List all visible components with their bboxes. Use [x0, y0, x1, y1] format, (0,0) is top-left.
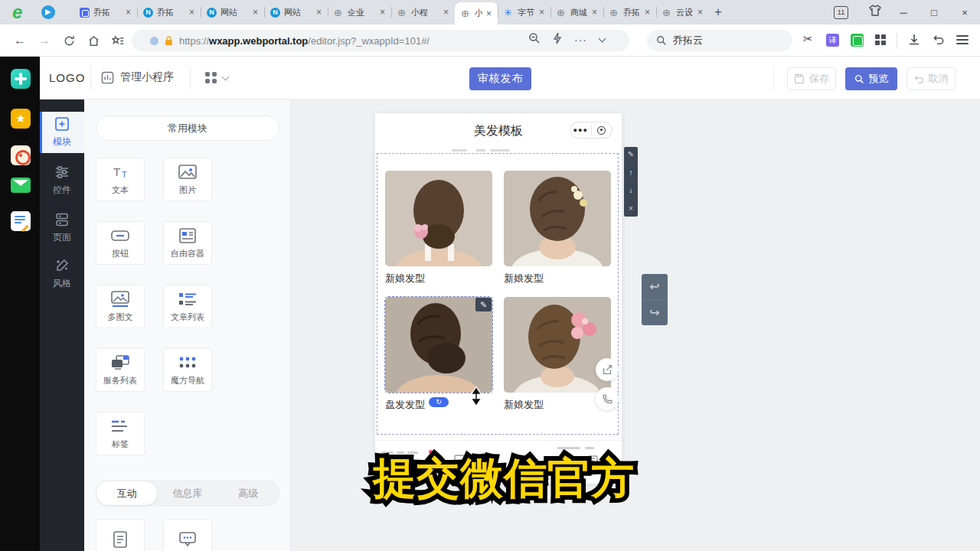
layout-picker-button[interactable]	[205, 72, 228, 84]
theme-icon[interactable]	[868, 5, 882, 20]
delete-icon[interactable]: ×	[629, 205, 633, 213]
forward-icon[interactable]: →	[35, 31, 54, 50]
module-card-button[interactable]: 按钮	[96, 221, 145, 265]
browser-tab[interactable]: ⊕云设×	[656, 0, 709, 24]
close-icon[interactable]: ×	[645, 7, 650, 18]
menu-icon[interactable]	[956, 35, 969, 44]
module-card-article-list[interactable]: 文章列表	[163, 285, 212, 328]
chevron-down-icon[interactable]	[599, 35, 606, 43]
hairstyle-photo[interactable]	[385, 171, 492, 266]
panel-header[interactable]: 常用模块	[96, 116, 279, 141]
scissors-icon[interactable]: ✂	[803, 32, 813, 46]
browser-tab[interactable]: ⊕乔拓×	[603, 0, 656, 24]
hairstyle-photo[interactable]	[504, 171, 611, 266]
panel-tab-interactive[interactable]: 互动	[96, 481, 157, 505]
bookmarks-icon[interactable]	[109, 31, 127, 50]
gallery-item[interactable]: 新娘发型	[385, 171, 492, 285]
close-icon[interactable]: ×	[443, 7, 449, 18]
publish-button[interactable]: 审核发布	[469, 67, 531, 90]
star-icon[interactable]: ★	[11, 109, 31, 129]
more-icon[interactable]: ···	[574, 34, 587, 46]
close-icon[interactable]: ×	[253, 7, 258, 18]
move-up-icon[interactable]: ↑	[629, 169, 633, 177]
module-card-form[interactable]	[96, 519, 145, 551]
close-icon[interactable]: ×	[316, 7, 322, 18]
notebook-icon[interactable]	[851, 34, 864, 47]
close-window-button[interactable]: ×	[949, 0, 980, 24]
new-tab-button[interactable]: +	[709, 0, 727, 24]
module-card-tag[interactable]: 标签	[96, 412, 145, 455]
browser-tab[interactable]: ⊕小程×	[391, 0, 455, 24]
browser-tab[interactable]: N网站×	[264, 0, 328, 24]
close-icon[interactable]: ×	[380, 7, 385, 18]
browser-tab[interactable]: ⊕商城×	[550, 0, 603, 24]
quick-search-box[interactable]: 乔拓云	[647, 30, 792, 51]
gallery-item[interactable]: 新娘发型	[504, 171, 611, 285]
refresh-icon[interactable]	[60, 31, 78, 50]
module-card-service-list[interactable]: 服务列表	[96, 348, 145, 392]
edit-icon[interactable]: ✎	[628, 151, 634, 158]
decorative-dash	[557, 447, 580, 449]
panel-tab-advanced[interactable]: 高级	[218, 481, 279, 505]
browser-logo-icon[interactable]: e	[12, 2, 22, 22]
swap-handle[interactable]: ↻	[429, 397, 449, 407]
gallery-item[interactable]: 新娘发型	[504, 297, 611, 412]
maximize-button[interactable]: □	[919, 0, 949, 24]
tab-count-badge[interactable]: 11	[834, 6, 848, 19]
browser-tab-active[interactable]: ⊕小程×	[455, 2, 498, 24]
target-icon[interactable]	[592, 126, 612, 135]
minimize-button[interactable]: ─	[888, 0, 919, 24]
translate-icon[interactable]: 译	[826, 34, 839, 47]
module-card-container[interactable]: 自由容器	[163, 221, 212, 265]
notes-icon[interactable]	[11, 211, 31, 231]
cancel-button[interactable]: 取消	[906, 67, 956, 90]
more-icon[interactable]: ●●●	[570, 122, 591, 138]
sidebar-item-modules[interactable]: 模块	[40, 112, 84, 153]
module-card-image[interactable]: 图片	[163, 158, 212, 201]
close-icon[interactable]: ×	[592, 7, 597, 18]
pages-icon	[54, 212, 70, 227]
module-card-text[interactable]: TT 文本	[96, 158, 145, 201]
undo-button[interactable]: ↩	[642, 274, 668, 300]
edit-image-icon[interactable]: ✎	[475, 298, 492, 311]
hairstyle-photo[interactable]	[504, 297, 611, 393]
apps-grid-icon[interactable]	[875, 34, 887, 46]
undo-icon[interactable]	[933, 34, 945, 47]
panel-tab-infobase[interactable]: 信息库	[157, 481, 217, 505]
logo[interactable]: LOGO	[49, 71, 85, 84]
close-icon[interactable]: ×	[189, 7, 194, 18]
save-button[interactable]: 保存	[787, 67, 836, 90]
manage-miniprogram-button[interactable]: 管理小程序	[101, 70, 174, 84]
close-icon[interactable]: ×	[539, 7, 544, 18]
back-icon[interactable]: ←	[11, 31, 29, 50]
browser-tab[interactable]: N乔拓×	[137, 0, 201, 24]
share-button[interactable]	[596, 358, 619, 381]
close-icon[interactable]: ×	[486, 8, 492, 19]
call-button[interactable]	[596, 387, 619, 410]
move-down-icon[interactable]: ↓	[629, 187, 633, 194]
sidebar-item-controls[interactable]: 控件	[40, 161, 84, 201]
close-icon[interactable]: ×	[126, 7, 131, 18]
browser-tab[interactable]: 乔拓×	[74, 0, 137, 24]
browser-tab[interactable]: ✳字节×	[498, 0, 550, 24]
sidebar-item-style[interactable]: 风格	[40, 254, 84, 294]
lightning-icon[interactable]	[553, 32, 562, 47]
home-icon[interactable]	[84, 31, 103, 50]
messenger-icon[interactable]	[41, 5, 55, 19]
close-icon[interactable]: ×	[697, 7, 703, 18]
module-card-multi-image[interactable]: 多图文	[96, 285, 145, 328]
sidebar-item-pages[interactable]: 页面	[40, 208, 84, 248]
module-card-message-board[interactable]	[163, 519, 212, 551]
weibo-icon[interactable]	[11, 145, 31, 165]
module-card-cube-nav[interactable]: 魔方导航	[163, 348, 212, 392]
redo-button[interactable]: ↪	[642, 300, 668, 325]
zoom-out-icon[interactable]	[528, 32, 541, 47]
browser-toolbar: ← → https://wxapp.webportal.top/editor.j…	[0, 24, 980, 57]
article-list-icon	[178, 291, 198, 308]
teal-app-icon[interactable]	[11, 69, 31, 89]
mail-icon[interactable]	[11, 178, 31, 193]
preview-button[interactable]: 预览	[845, 67, 897, 90]
download-icon[interactable]	[908, 34, 920, 48]
browser-tab[interactable]: N网站×	[201, 0, 264, 24]
browser-tab[interactable]: ⊕企业×	[328, 0, 391, 24]
